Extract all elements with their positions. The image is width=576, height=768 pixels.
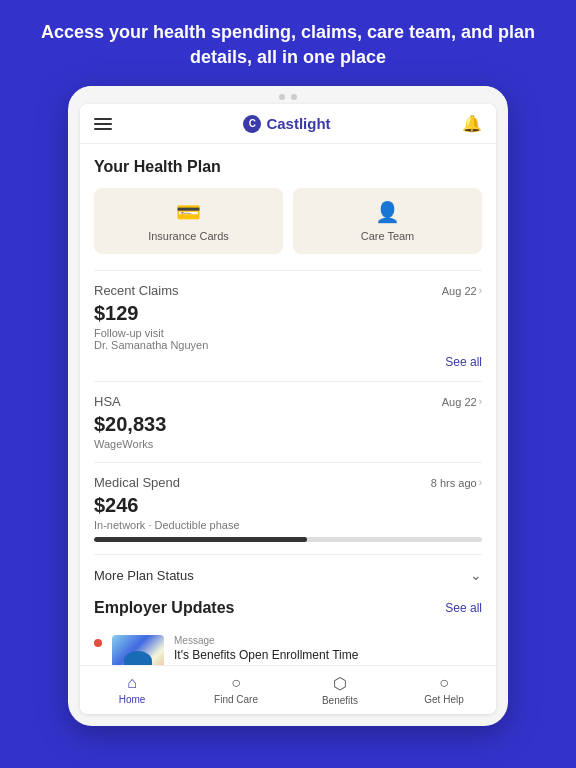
benefits-icon: ⬡ xyxy=(333,674,347,693)
medical-progress-bar xyxy=(94,537,482,542)
app-logo: C Castlight xyxy=(243,115,330,133)
tablet-camera xyxy=(279,94,297,100)
app-content: Your Health Plan 💳 Insurance Cards 👤 Car… xyxy=(80,144,496,665)
page-header: Access your health spending, claims, car… xyxy=(0,0,576,86)
unread-dot xyxy=(94,639,102,647)
hsa-title: HSA xyxy=(94,394,121,409)
medical-sub: In-network · Deductible phase xyxy=(94,519,482,531)
notification-bell-icon[interactable]: 🔔 xyxy=(462,114,482,133)
care-team-label: Care Team xyxy=(361,230,415,242)
nav-home-label: Home xyxy=(119,694,146,705)
message-thumbnail xyxy=(112,635,164,665)
message-content: Message It's Benefits Open Enrollment Ti… xyxy=(174,635,482,662)
claims-see-all[interactable]: See all xyxy=(445,355,482,369)
app-header: C Castlight 🔔 xyxy=(80,104,496,144)
section-title: Your Health Plan xyxy=(94,158,482,176)
nav-get-help-label: Get Help xyxy=(424,694,463,705)
hsa-date[interactable]: Aug 22 › xyxy=(442,396,482,408)
tablet-frame: C Castlight 🔔 Your Health Plan 💳 Insuran… xyxy=(68,86,508,726)
message-title: It's Benefits Open Enrollment Time xyxy=(174,648,482,662)
care-team-card-button[interactable]: 👤 Care Team xyxy=(293,188,482,254)
logo-text: Castlight xyxy=(266,115,330,132)
thumbnail-dome xyxy=(124,651,152,665)
nav-home[interactable]: ⌂ Home xyxy=(80,666,184,714)
logo-icon: C xyxy=(243,115,261,133)
camera-dot-1 xyxy=(279,94,285,100)
insurance-card-label: Insurance Cards xyxy=(148,230,229,242)
claims-date[interactable]: Aug 22 › xyxy=(442,285,482,297)
claims-sub1: Follow-up visit xyxy=(94,327,482,339)
message-label: Message xyxy=(174,635,482,646)
hsa-sub: WageWorks xyxy=(94,438,482,450)
app-screen: C Castlight 🔔 Your Health Plan 💳 Insuran… xyxy=(80,104,496,714)
nav-benefits[interactable]: ⬡ Benefits xyxy=(288,666,392,714)
medical-spend-row: Medical Spend 8 hrs ago › $246 In-networ… xyxy=(94,462,482,554)
employer-header: Employer Updates See all xyxy=(94,599,482,617)
medical-date[interactable]: 8 hrs ago › xyxy=(431,477,482,489)
hsa-row: HSA Aug 22 › $20,833 WageWorks xyxy=(94,381,482,462)
employer-updates-section: Employer Updates See all Message It's Be… xyxy=(94,599,482,665)
find-care-icon: ○ xyxy=(231,674,241,692)
get-help-icon: ○ xyxy=(439,674,449,692)
nav-find-care[interactable]: ○ Find Care xyxy=(184,666,288,714)
insurance-card-icon: 💳 xyxy=(176,200,201,224)
nav-get-help[interactable]: ○ Get Help xyxy=(392,666,496,714)
more-plan-label: More Plan Status xyxy=(94,568,194,583)
nav-benefits-label: Benefits xyxy=(322,695,358,706)
nav-find-care-label: Find Care xyxy=(214,694,258,705)
chevron-down-icon: ⌄ xyxy=(470,567,482,583)
camera-dot-2 xyxy=(291,94,297,100)
medical-progress-fill xyxy=(94,537,307,542)
employer-see-all[interactable]: See all xyxy=(445,601,482,615)
tablet-top-bar xyxy=(68,86,508,104)
hsa-amount: $20,833 xyxy=(94,413,482,436)
recent-claims-row: Recent Claims Aug 22 › $129 Follow-up vi… xyxy=(94,270,482,381)
bottom-nav: ⌂ Home ○ Find Care ⬡ Benefits ○ Get Help xyxy=(80,665,496,714)
claims-sub2: Dr. Samanatha Nguyen xyxy=(94,339,482,351)
employer-title: Employer Updates xyxy=(94,599,234,617)
medical-title: Medical Spend xyxy=(94,475,180,490)
plan-cards-row: 💳 Insurance Cards 👤 Care Team xyxy=(94,188,482,254)
medical-amount: $246 xyxy=(94,494,482,517)
more-plan-status-button[interactable]: More Plan Status ⌄ xyxy=(94,554,482,595)
care-team-icon: 👤 xyxy=(375,200,400,224)
claims-amount: $129 xyxy=(94,302,482,325)
home-icon: ⌂ xyxy=(127,674,137,692)
insurance-card-button[interactable]: 💳 Insurance Cards xyxy=(94,188,283,254)
hamburger-menu-button[interactable] xyxy=(94,118,112,130)
claims-title: Recent Claims xyxy=(94,283,179,298)
message-card: Message It's Benefits Open Enrollment Ti… xyxy=(94,627,482,665)
